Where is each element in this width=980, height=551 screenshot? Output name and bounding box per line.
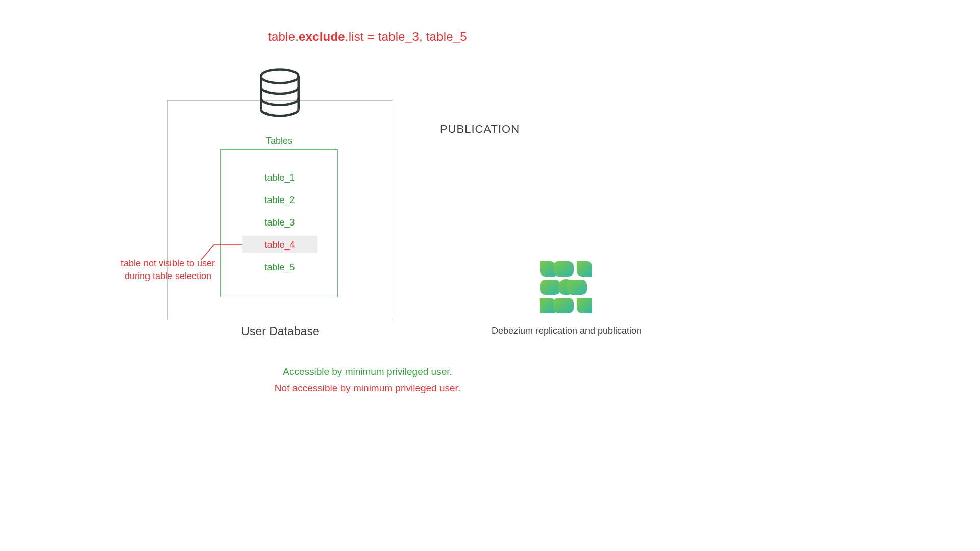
diagram-stage: table.exclude.list = table_3, table_5 PU… [0, 0, 735, 413]
publication-title: PUBLICATION [393, 122, 567, 136]
table-item-1: table_1 [221, 172, 338, 183]
table-item-2: table_2 [221, 195, 338, 206]
debezium-label: Debezium replication and publication [490, 325, 643, 336]
callout-line1: table not visible to user [121, 258, 215, 268]
debezium-icon [538, 259, 594, 315]
svg-point-0 [261, 69, 298, 83]
table-item-5: table_5 [221, 262, 338, 273]
legend-not-accessible: Not accessible by minimum privileged use… [0, 383, 735, 394]
table-item-3: table_3 [221, 217, 338, 228]
config-expression: table.exclude.list = table_3, table_5 [0, 30, 735, 44]
svg-point-1 [265, 90, 267, 92]
database-icon [252, 66, 307, 121]
legend-accessible: Accessible by minimum privileged user. [0, 366, 735, 378]
user-database-label: User Database [167, 324, 393, 338]
config-prefix: table. [268, 30, 299, 43]
svg-point-2 [265, 101, 267, 103]
callout-line2: during table selection [125, 271, 211, 281]
config-bold: exclude [299, 30, 345, 43]
callout-text: table not visible to user during table s… [114, 257, 222, 283]
tables-box: table_1 table_2 table_3 table_4 table_5 [220, 149, 338, 297]
config-suffix: .list = table_3, table_5 [345, 30, 467, 43]
tables-heading: Tables [220, 136, 338, 146]
svg-point-3 [265, 112, 267, 114]
